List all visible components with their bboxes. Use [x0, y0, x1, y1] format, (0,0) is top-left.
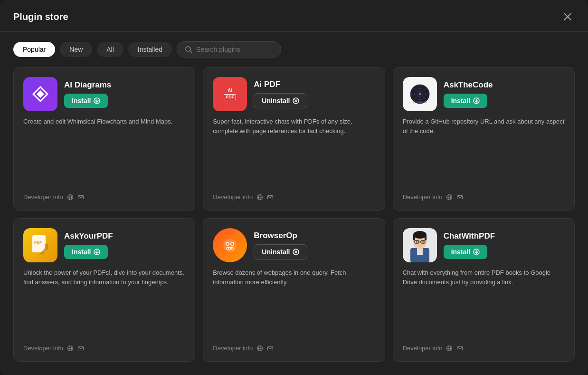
- plugin-top: Ai PDF Ai PDF Uninstall: [213, 77, 375, 111]
- plugin-desc-chatwithpdf: Chat with everything from entire PDF boo…: [403, 268, 565, 337]
- plugin-icon-ai-diagrams: [23, 77, 57, 111]
- svg-point-52: [229, 248, 230, 249]
- close-button[interactable]: [560, 10, 575, 24]
- globe-icon[interactable]: [446, 194, 453, 201]
- uninstall-button-ai-pdf[interactable]: Uninstall: [254, 93, 307, 108]
- plugin-name-browserop: BrowserOp: [254, 231, 307, 240]
- developer-info-askyourpdf: Developer info: [23, 345, 185, 352]
- svg-point-48: [227, 243, 228, 245]
- developer-info-ai-pdf: Developer info: [213, 193, 375, 201]
- plugin-card-askthecode: GPT PLUGINS AskTheCode Install: [393, 67, 575, 211]
- plugin-top: AI Diagrams Install: [23, 77, 185, 111]
- svg-line-3: [190, 51, 192, 53]
- mail-icon[interactable]: [267, 345, 274, 352]
- plugin-info-chatwithpdf: ChatWithPDF Install: [444, 231, 495, 259]
- developer-label-ai-diagrams: Developer info: [23, 193, 63, 201]
- install-icon: [473, 97, 480, 104]
- globe-icon[interactable]: [67, 194, 74, 201]
- install-button-askyourpdf[interactable]: Install: [64, 245, 108, 259]
- plugin-icon-askyourpdf: PDF: [23, 228, 57, 262]
- plugin-card-ai-diagrams: AI Diagrams Install Create and edit Whim…: [13, 67, 195, 211]
- developer-label-askthecode: Developer info: [403, 193, 443, 201]
- ai-diagrams-logo: [29, 83, 51, 105]
- plugin-top: ChatWithPDF Install: [403, 228, 565, 262]
- developer-label-chatwithpdf: Developer info: [403, 345, 443, 352]
- plugin-icon-ai-pdf: Ai PDF: [213, 77, 247, 111]
- plugin-name-chatwithpdf: ChatWithPDF: [444, 231, 495, 241]
- plugin-card-browserop: BrowserOp Uninstall Browse dozens of web…: [203, 218, 385, 362]
- svg-rect-68: [425, 235, 427, 240]
- svg-text:PDF: PDF: [34, 240, 42, 245]
- chatwithpdf-logo: [406, 228, 434, 262]
- tab-installed[interactable]: Installed: [128, 42, 172, 57]
- install-button-ai-diagrams[interactable]: Install: [64, 94, 108, 108]
- developer-label-browserop: Developer info: [213, 345, 253, 352]
- svg-rect-67: [413, 235, 415, 240]
- plugin-desc-ai-pdf: Super-fast, interactive chats with PDFs …: [213, 117, 375, 186]
- globe-icon[interactable]: [256, 194, 263, 201]
- plugin-info-ai-pdf: Ai PDF Uninstall: [254, 80, 307, 108]
- plugins-grid: AI Diagrams Install Create and edit Whim…: [0, 67, 588, 375]
- plugin-top: PDF AskYourPDF Install: [23, 228, 185, 262]
- modal-title: Plugin store: [13, 11, 68, 22]
- plugin-name-askthecode: AskTheCode: [444, 80, 493, 90]
- install-icon: [94, 249, 100, 255]
- modal-header: Plugin store: [0, 0, 588, 32]
- search-input[interactable]: [196, 46, 272, 53]
- developer-info-browserop: Developer info: [213, 345, 375, 352]
- developer-info-ai-diagrams: Developer info: [23, 193, 185, 201]
- developer-label-ai-pdf: Developer info: [213, 193, 253, 201]
- plugin-top: BrowserOp Uninstall: [213, 228, 375, 262]
- svg-point-51: [227, 248, 228, 249]
- plugin-name-ai-pdf: Ai PDF: [254, 80, 307, 89]
- plugin-name-ai-diagrams: AI Diagrams: [64, 80, 111, 90]
- tab-all[interactable]: All: [97, 42, 123, 57]
- uninstall-button-browserop[interactable]: Uninstall: [254, 244, 307, 260]
- install-button-chatwithpdf[interactable]: Install: [444, 245, 487, 259]
- browserop-logo: [219, 234, 241, 256]
- plugin-info-ai-diagrams: AI Diagrams Install: [64, 80, 111, 108]
- plugin-desc-ai-diagrams: Create and edit Whimsical Flowcharts and…: [23, 117, 185, 186]
- svg-point-28: [419, 93, 421, 95]
- mail-icon[interactable]: [267, 194, 274, 201]
- globe-icon[interactable]: [67, 345, 74, 352]
- askyourpdf-logo: PDF: [28, 233, 52, 257]
- plugin-desc-askyourpdf: Unlock the power of your PDFs!, dive int…: [23, 268, 185, 337]
- install-button-askthecode[interactable]: Install: [444, 94, 487, 108]
- plugin-icon-askthecode: GPT PLUGINS: [403, 77, 437, 111]
- tab-new[interactable]: New: [60, 42, 92, 57]
- install-icon: [473, 249, 480, 255]
- svg-point-73: [422, 241, 424, 243]
- svg-rect-63: [417, 248, 423, 255]
- mail-icon[interactable]: [77, 345, 84, 352]
- search-icon: [185, 46, 192, 53]
- plugin-icon-chatwithpdf: [403, 228, 437, 262]
- mail-icon[interactable]: [456, 345, 463, 352]
- plugin-name-askyourpdf: AskYourPDF: [64, 231, 113, 241]
- close-icon: [563, 12, 572, 21]
- plugin-desc-askthecode: Provide a GitHub repository URL and ask …: [403, 117, 565, 186]
- plugin-info-browserop: BrowserOp Uninstall: [254, 231, 307, 260]
- install-icon: [94, 97, 100, 104]
- svg-point-72: [416, 241, 417, 243]
- plugin-desc-browserop: Browse dozens of webpages in one query. …: [213, 268, 375, 337]
- globe-icon[interactable]: [446, 345, 453, 352]
- uninstall-icon: [293, 249, 299, 255]
- plugin-card-askyourpdf: PDF AskYourPDF Install: [13, 218, 195, 362]
- mail-icon[interactable]: [77, 194, 84, 201]
- developer-info-askthecode: Developer info: [403, 193, 565, 201]
- plugin-icon-browserop: [213, 228, 247, 262]
- developer-label-askyourpdf: Developer info: [23, 345, 63, 352]
- askthecode-logo: GPT PLUGINS: [408, 83, 431, 106]
- mail-icon[interactable]: [456, 194, 463, 201]
- uninstall-icon: [293, 97, 299, 104]
- plugin-top: GPT PLUGINS AskTheCode Install: [403, 77, 565, 111]
- toolbar: Popular New All Installed: [0, 32, 588, 67]
- svg-marker-6: [37, 90, 44, 98]
- developer-info-chatwithpdf: Developer info: [403, 345, 565, 352]
- globe-icon[interactable]: [256, 345, 263, 352]
- search-wrapper: [177, 41, 281, 58]
- tab-popular[interactable]: Popular: [13, 42, 55, 57]
- svg-point-45: [223, 239, 237, 252]
- plugin-info-askthecode: AskTheCode Install: [444, 80, 493, 108]
